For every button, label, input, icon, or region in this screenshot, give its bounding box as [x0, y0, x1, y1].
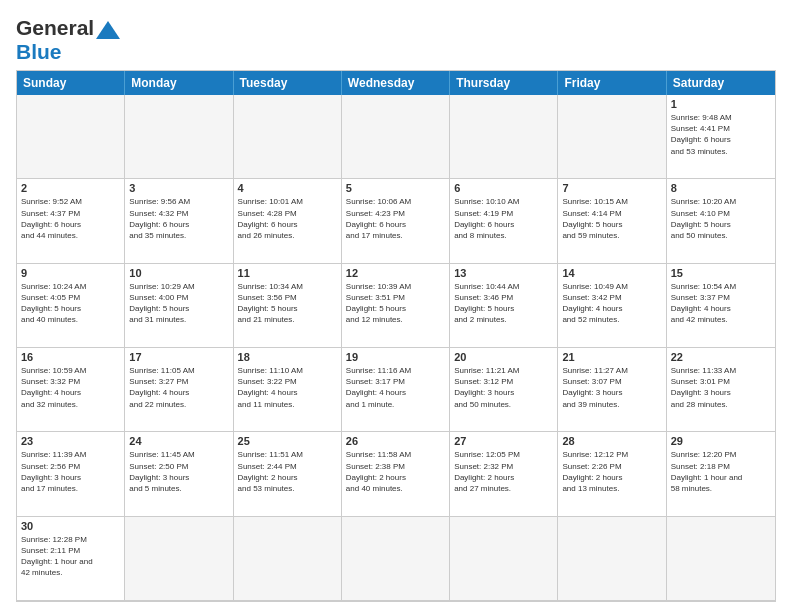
cell-info-text: Sunrise: 10:44 AM Sunset: 3:46 PM Daylig…: [454, 281, 553, 326]
cell-date-number: 29: [671, 435, 771, 447]
calendar: Sunday Monday Tuesday Wednesday Thursday…: [16, 70, 776, 602]
cell-info-text: Sunrise: 9:52 AM Sunset: 4:37 PM Dayligh…: [21, 196, 120, 241]
cell-info-text: Sunrise: 11:16 AM Sunset: 3:17 PM Daylig…: [346, 365, 445, 410]
cell-date-number: 8: [671, 182, 771, 194]
calendar-cell: 27Sunrise: 12:05 PM Sunset: 2:32 PM Dayl…: [450, 432, 558, 516]
cell-date-number: 12: [346, 267, 445, 279]
cell-date-number: 1: [671, 98, 771, 110]
cell-info-text: Sunrise: 11:45 AM Sunset: 2:50 PM Daylig…: [129, 449, 228, 494]
calendar-cell: 18Sunrise: 11:10 AM Sunset: 3:22 PM Dayl…: [234, 348, 342, 432]
logo-blue: Blue: [16, 40, 62, 63]
cell-date-number: 16: [21, 351, 120, 363]
calendar-cell: 5Sunrise: 10:06 AM Sunset: 4:23 PM Dayli…: [342, 179, 450, 263]
cell-info-text: Sunrise: 11:21 AM Sunset: 3:12 PM Daylig…: [454, 365, 553, 410]
cell-info-text: Sunrise: 10:29 AM Sunset: 4:00 PM Daylig…: [129, 281, 228, 326]
cell-info-text: Sunrise: 11:58 AM Sunset: 2:38 PM Daylig…: [346, 449, 445, 494]
cell-info-text: Sunrise: 10:15 AM Sunset: 4:14 PM Daylig…: [562, 196, 661, 241]
cell-date-number: 20: [454, 351, 553, 363]
cell-info-text: Sunrise: 12:12 PM Sunset: 2:26 PM Daylig…: [562, 449, 661, 494]
calendar-cell: 7Sunrise: 10:15 AM Sunset: 4:14 PM Dayli…: [558, 179, 666, 263]
calendar-cell: 12Sunrise: 10:39 AM Sunset: 3:51 PM Dayl…: [342, 264, 450, 348]
cell-date-number: 9: [21, 267, 120, 279]
cell-info-text: Sunrise: 10:59 AM Sunset: 3:32 PM Daylig…: [21, 365, 120, 410]
cell-date-number: 21: [562, 351, 661, 363]
calendar-cell: [667, 517, 775, 601]
cell-info-text: Sunrise: 10:39 AM Sunset: 3:51 PM Daylig…: [346, 281, 445, 326]
cell-date-number: 2: [21, 182, 120, 194]
calendar-cell: 6Sunrise: 10:10 AM Sunset: 4:19 PM Dayli…: [450, 179, 558, 263]
cell-info-text: Sunrise: 10:20 AM Sunset: 4:10 PM Daylig…: [671, 196, 771, 241]
cell-date-number: 3: [129, 182, 228, 194]
cell-info-text: Sunrise: 10:10 AM Sunset: 4:19 PM Daylig…: [454, 196, 553, 241]
cell-info-text: Sunrise: 10:01 AM Sunset: 4:28 PM Daylig…: [238, 196, 337, 241]
cell-date-number: 25: [238, 435, 337, 447]
calendar-cell: 23Sunrise: 11:39 AM Sunset: 2:56 PM Dayl…: [17, 432, 125, 516]
day-header-sunday: Sunday: [17, 71, 125, 95]
cell-date-number: 5: [346, 182, 445, 194]
cell-date-number: 7: [562, 182, 661, 194]
day-header-friday: Friday: [558, 71, 666, 95]
cell-info-text: Sunrise: 12:28 PM Sunset: 2:11 PM Daylig…: [21, 534, 120, 579]
header: General Blue: [16, 16, 776, 64]
calendar-cell: 16Sunrise: 10:59 AM Sunset: 3:32 PM Dayl…: [17, 348, 125, 432]
calendar-cell: [234, 517, 342, 601]
calendar-cell: 10Sunrise: 10:29 AM Sunset: 4:00 PM Dayl…: [125, 264, 233, 348]
calendar-cell: 20Sunrise: 11:21 AM Sunset: 3:12 PM Dayl…: [450, 348, 558, 432]
calendar-cell: 28Sunrise: 12:12 PM Sunset: 2:26 PM Dayl…: [558, 432, 666, 516]
calendar-cell: [125, 95, 233, 179]
cell-date-number: 4: [238, 182, 337, 194]
calendar-cell: 15Sunrise: 10:54 AM Sunset: 3:37 PM Dayl…: [667, 264, 775, 348]
calendar-cell: 30Sunrise: 12:28 PM Sunset: 2:11 PM Dayl…: [17, 517, 125, 601]
cell-date-number: 18: [238, 351, 337, 363]
calendar-cell: 29Sunrise: 12:20 PM Sunset: 2:18 PM Dayl…: [667, 432, 775, 516]
cell-date-number: 24: [129, 435, 228, 447]
cell-info-text: Sunrise: 11:33 AM Sunset: 3:01 PM Daylig…: [671, 365, 771, 410]
cell-info-text: Sunrise: 11:10 AM Sunset: 3:22 PM Daylig…: [238, 365, 337, 410]
cell-date-number: 30: [21, 520, 120, 532]
calendar-grid: 1Sunrise: 9:48 AM Sunset: 4:41 PM Daylig…: [17, 95, 775, 601]
calendar-cell: 24Sunrise: 11:45 AM Sunset: 2:50 PM Dayl…: [125, 432, 233, 516]
calendar-cell: 9Sunrise: 10:24 AM Sunset: 4:05 PM Dayli…: [17, 264, 125, 348]
cell-info-text: Sunrise: 10:49 AM Sunset: 3:42 PM Daylig…: [562, 281, 661, 326]
cell-info-text: Sunrise: 10:24 AM Sunset: 4:05 PM Daylig…: [21, 281, 120, 326]
cell-date-number: 6: [454, 182, 553, 194]
calendar-cell: [450, 517, 558, 601]
logo-triangle-icon: [96, 17, 120, 39]
cell-date-number: 11: [238, 267, 337, 279]
calendar-cell: 14Sunrise: 10:49 AM Sunset: 3:42 PM Dayl…: [558, 264, 666, 348]
logo-general: General: [16, 16, 94, 40]
day-header-wednesday: Wednesday: [342, 71, 450, 95]
cell-info-text: Sunrise: 11:27 AM Sunset: 3:07 PM Daylig…: [562, 365, 661, 410]
calendar-cell: [342, 517, 450, 601]
day-header-saturday: Saturday: [667, 71, 775, 95]
calendar-cell: 1Sunrise: 9:48 AM Sunset: 4:41 PM Daylig…: [667, 95, 775, 179]
cell-date-number: 13: [454, 267, 553, 279]
day-headers: Sunday Monday Tuesday Wednesday Thursday…: [17, 71, 775, 95]
cell-date-number: 23: [21, 435, 120, 447]
cell-info-text: Sunrise: 9:56 AM Sunset: 4:32 PM Dayligh…: [129, 196, 228, 241]
cell-date-number: 14: [562, 267, 661, 279]
logo-text-block: General Blue: [16, 16, 120, 64]
calendar-cell: 21Sunrise: 11:27 AM Sunset: 3:07 PM Dayl…: [558, 348, 666, 432]
cell-date-number: 28: [562, 435, 661, 447]
calendar-cell: [234, 95, 342, 179]
calendar-cell: [125, 517, 233, 601]
cell-info-text: Sunrise: 9:48 AM Sunset: 4:41 PM Dayligh…: [671, 112, 771, 157]
cell-date-number: 26: [346, 435, 445, 447]
calendar-cell: [558, 517, 666, 601]
day-header-tuesday: Tuesday: [234, 71, 342, 95]
calendar-cell: 8Sunrise: 10:20 AM Sunset: 4:10 PM Dayli…: [667, 179, 775, 263]
cell-date-number: 27: [454, 435, 553, 447]
day-header-thursday: Thursday: [450, 71, 558, 95]
cell-info-text: Sunrise: 10:54 AM Sunset: 3:37 PM Daylig…: [671, 281, 771, 326]
day-header-monday: Monday: [125, 71, 233, 95]
cell-date-number: 17: [129, 351, 228, 363]
cell-info-text: Sunrise: 11:51 AM Sunset: 2:44 PM Daylig…: [238, 449, 337, 494]
cell-info-text: Sunrise: 11:05 AM Sunset: 3:27 PM Daylig…: [129, 365, 228, 410]
cell-date-number: 22: [671, 351, 771, 363]
cell-info-text: Sunrise: 11:39 AM Sunset: 2:56 PM Daylig…: [21, 449, 120, 494]
calendar-cell: 13Sunrise: 10:44 AM Sunset: 3:46 PM Dayl…: [450, 264, 558, 348]
calendar-cell: 4Sunrise: 10:01 AM Sunset: 4:28 PM Dayli…: [234, 179, 342, 263]
page: General Blue Sunday Monday Tuesday Wedne…: [0, 0, 792, 612]
calendar-cell: 19Sunrise: 11:16 AM Sunset: 3:17 PM Dayl…: [342, 348, 450, 432]
